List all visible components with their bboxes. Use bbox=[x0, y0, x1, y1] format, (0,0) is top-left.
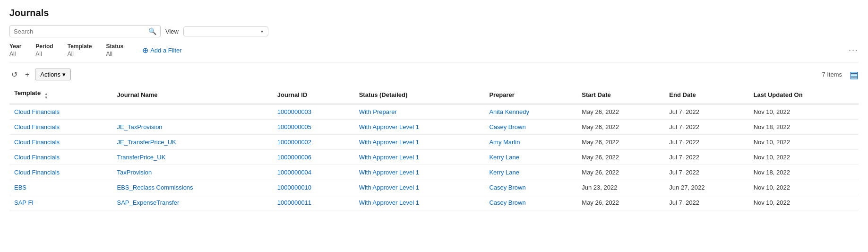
cell-end_date: Jul 7, 2022 bbox=[664, 120, 748, 135]
link-journal_id[interactable]: 1000000003 bbox=[277, 108, 311, 115]
cell-preparer[interactable]: Anita Kennedy bbox=[484, 104, 577, 120]
link-template[interactable]: EBS bbox=[14, 184, 26, 191]
link-template[interactable]: Cloud Financials bbox=[14, 123, 60, 130]
cell-preparer[interactable]: Casey Brown bbox=[484, 195, 577, 210]
link-journal_name[interactable]: JE_TransferPrice_UK bbox=[117, 139, 176, 146]
cell-journal_id[interactable]: 1000000004 bbox=[273, 165, 354, 180]
col-header-status_detailed: Status (Detailed) bbox=[354, 86, 485, 104]
link-preparer[interactable]: Kerry Lane bbox=[489, 169, 519, 176]
cell-template[interactable]: Cloud Financials bbox=[9, 150, 112, 165]
link-status_detailed[interactable]: With Preparer bbox=[359, 108, 397, 115]
link-journal_name[interactable]: SAP_ExpenseTransfer bbox=[117, 199, 180, 206]
cell-journal_id[interactable]: 1000000010 bbox=[273, 180, 354, 195]
cell-preparer[interactable]: Kerry Lane bbox=[484, 165, 577, 180]
search-input[interactable] bbox=[14, 28, 146, 35]
filter-status[interactable]: StatusAll bbox=[106, 43, 124, 57]
cell-status_detailed[interactable]: With Preparer bbox=[354, 104, 485, 120]
col-header-journal_id: Journal ID bbox=[273, 86, 354, 104]
cell-template[interactable]: Cloud Financials bbox=[9, 135, 112, 150]
link-journal_id[interactable]: 1000000011 bbox=[277, 199, 311, 206]
link-journal_name[interactable]: TransferPrice_UK bbox=[117, 154, 166, 161]
link-template[interactable]: Cloud Financials bbox=[14, 169, 60, 176]
refresh-button[interactable]: ↺ bbox=[9, 68, 19, 81]
search-box[interactable]: 🔍 bbox=[9, 25, 161, 37]
cell-journal_id[interactable]: 1000000005 bbox=[273, 120, 354, 135]
link-journal_name[interactable]: EBS_Reclass Commissions bbox=[117, 184, 193, 191]
filter-value-status: All bbox=[106, 51, 124, 57]
cell-journal_name[interactable]: TransferPrice_UK bbox=[112, 150, 273, 165]
filter-template[interactable]: TemplateAll bbox=[68, 43, 92, 57]
cell-status_detailed[interactable]: With Approver Level 1 bbox=[354, 180, 485, 195]
link-status_detailed[interactable]: With Approver Level 1 bbox=[359, 154, 419, 161]
link-preparer[interactable]: Amy Marlin bbox=[489, 139, 520, 146]
cell-status_detailed[interactable]: With Approver Level 1 bbox=[354, 165, 485, 180]
table-row: Cloud FinancialsTaxProvision1000000004Wi… bbox=[9, 165, 859, 180]
cell-status_detailed[interactable]: With Approver Level 1 bbox=[354, 135, 485, 150]
cell-journal_name[interactable]: JE_TaxProvision bbox=[112, 120, 273, 135]
filter-label-year: Year bbox=[9, 43, 21, 50]
link-preparer[interactable]: Anita Kennedy bbox=[489, 108, 529, 115]
link-journal_id[interactable]: 1000000004 bbox=[277, 169, 311, 176]
link-journal_name[interactable]: JE_TaxProvision bbox=[117, 123, 163, 130]
link-journal_id[interactable]: 1000000006 bbox=[277, 154, 311, 161]
link-preparer[interactable]: Kerry Lane bbox=[489, 154, 519, 161]
cell-preparer[interactable]: Casey Brown bbox=[484, 120, 577, 135]
journals-table: Template ▲▼Journal NameJournal IDStatus … bbox=[9, 86, 859, 210]
cell-journal_name[interactable]: TaxProvision bbox=[112, 165, 273, 180]
cell-start_date: Jun 23, 2022 bbox=[577, 180, 664, 195]
cell-journal_id[interactable]: 1000000011 bbox=[273, 195, 354, 210]
link-template[interactable]: Cloud Financials bbox=[14, 139, 60, 146]
cell-template[interactable]: EBS bbox=[9, 180, 112, 195]
more-options-button[interactable]: ··· bbox=[849, 45, 859, 55]
link-status_detailed[interactable]: With Approver Level 1 bbox=[359, 139, 419, 146]
cell-journal_name[interactable]: EBS_Reclass Commissions bbox=[112, 180, 273, 195]
cell-template[interactable]: SAP FI bbox=[9, 195, 112, 210]
add-filter-button[interactable]: ⊕ Add a Filter bbox=[142, 46, 181, 55]
filter-label-template: Template bbox=[68, 43, 92, 50]
link-journal_id[interactable]: 1000000010 bbox=[277, 184, 311, 191]
cell-end_date: Jul 7, 2022 bbox=[664, 135, 748, 150]
link-journal_id[interactable]: 1000000005 bbox=[277, 123, 311, 130]
cell-template[interactable]: Cloud Financials bbox=[9, 120, 112, 135]
table-row: SAP FISAP_ExpenseTransfer1000000011With … bbox=[9, 195, 859, 210]
cell-status_detailed[interactable]: With Approver Level 1 bbox=[354, 195, 485, 210]
link-preparer[interactable]: Casey Brown bbox=[489, 184, 525, 191]
link-template[interactable]: Cloud Financials bbox=[14, 108, 60, 115]
link-status_detailed[interactable]: With Approver Level 1 bbox=[359, 199, 419, 206]
filter-row: YearAllPeriodAllTemplateAllStatusAll ⊕ A… bbox=[9, 43, 859, 62]
cell-end_date: Jul 7, 2022 bbox=[664, 165, 748, 180]
cell-journal_name[interactable]: SAP_ExpenseTransfer bbox=[112, 195, 273, 210]
link-status_detailed[interactable]: With Approver Level 1 bbox=[359, 123, 419, 130]
filter-period[interactable]: PeriodAll bbox=[35, 43, 53, 57]
link-journal_id[interactable]: 1000000002 bbox=[277, 139, 311, 146]
view-dropdown[interactable]: ▾ bbox=[183, 26, 268, 36]
cell-journal_id[interactable]: 1000000003 bbox=[273, 104, 354, 120]
link-status_detailed[interactable]: With Approver Level 1 bbox=[359, 169, 419, 176]
cell-preparer[interactable]: Amy Marlin bbox=[484, 135, 577, 150]
col-header-end_date: End Date bbox=[664, 86, 748, 104]
cell-journal_id[interactable]: 1000000006 bbox=[273, 150, 354, 165]
cell-start_date: May 26, 2022 bbox=[577, 120, 664, 135]
filter-year[interactable]: YearAll bbox=[9, 43, 21, 57]
cell-journal_name[interactable]: JE_TransferPrice_UK bbox=[112, 135, 273, 150]
link-status_detailed[interactable]: With Approver Level 1 bbox=[359, 184, 419, 191]
cell-template[interactable]: Cloud Financials bbox=[9, 104, 112, 120]
link-preparer[interactable]: Casey Brown bbox=[489, 123, 525, 130]
page-title: Journals bbox=[9, 8, 859, 18]
link-template[interactable]: SAP FI bbox=[14, 199, 34, 206]
link-journal_name[interactable]: TaxProvision bbox=[117, 169, 152, 176]
cell-preparer[interactable]: Kerry Lane bbox=[484, 150, 577, 165]
link-preparer[interactable]: Casey Brown bbox=[489, 199, 525, 206]
col-header-template[interactable]: Template ▲▼ bbox=[9, 86, 112, 104]
cell-journal_id[interactable]: 1000000002 bbox=[273, 135, 354, 150]
add-button[interactable]: + bbox=[23, 69, 31, 81]
cell-status_detailed[interactable]: With Approver Level 1 bbox=[354, 150, 485, 165]
cell-preparer[interactable]: Casey Brown bbox=[484, 180, 577, 195]
link-template[interactable]: Cloud Financials bbox=[14, 154, 60, 161]
sort-icons: ▲▼ bbox=[44, 92, 48, 100]
cell-template[interactable]: Cloud Financials bbox=[9, 165, 112, 180]
filter-label-status: Status bbox=[106, 43, 124, 50]
grid-view-icon[interactable]: ▤ bbox=[850, 69, 859, 80]
cell-status_detailed[interactable]: With Approver Level 1 bbox=[354, 120, 485, 135]
actions-button[interactable]: Actions ▾ bbox=[35, 69, 71, 80]
